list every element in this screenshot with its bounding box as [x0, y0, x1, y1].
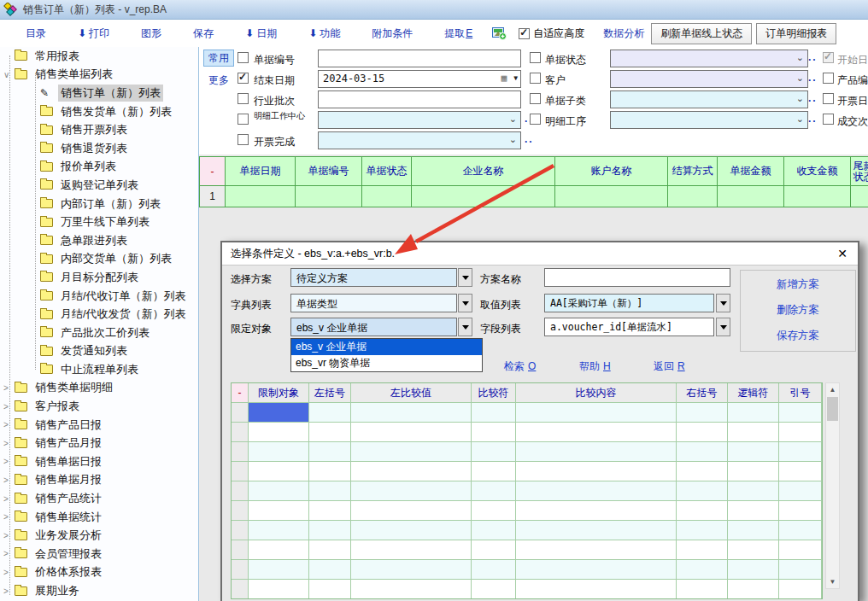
grid-cell[interactable] — [779, 442, 822, 461]
grid-cell[interactable] — [728, 423, 779, 441]
grid-cell[interactable] — [309, 403, 351, 422]
more-filters-link[interactable]: 更多 — [208, 73, 229, 88]
toolbar-item-保存[interactable]: 保存 — [193, 26, 214, 41]
filter-checkbox-明细工作中心[interactable] — [238, 114, 249, 125]
grid-cell[interactable] — [472, 580, 516, 598]
sidebar-item[interactable]: >销售单据统计 — [0, 508, 198, 527]
dropdown-arrow-icon[interactable]: ▼ — [513, 74, 518, 82]
scrollbar-thumb[interactable] — [827, 397, 838, 421]
chevron-collapsed-icon[interactable]: > — [3, 383, 15, 393]
grid-column-header-左比较值[interactable]: 左比较值 — [351, 383, 472, 402]
value-list-dropdown-button[interactable] — [716, 294, 730, 312]
grid-cell[interactable] — [677, 540, 728, 559]
grid-cell[interactable] — [728, 580, 779, 598]
dict-list-combo[interactable]: 单据类型 — [290, 294, 457, 312]
column-header-尾款状态[interactable]: 尾款状态 — [851, 157, 868, 185]
toolbar-item-打印[interactable]: ⬇打印 — [78, 26, 109, 41]
grid-cell[interactable] — [351, 521, 472, 540]
grid-cell[interactable] — [309, 481, 351, 500]
sidebar-item[interactable]: >销售单据月报 — [0, 471, 198, 490]
link-帮助[interactable]: 帮助H — [579, 359, 611, 374]
ellipsis-button[interactable]: .. — [808, 92, 818, 104]
link-返回[interactable]: 返回R — [654, 359, 685, 374]
sidebar-item[interactable]: 产品批次工价列表 — [0, 324, 198, 342]
grid-cell[interactable] — [779, 521, 822, 540]
grid-cell[interactable] — [472, 462, 516, 481]
chevron-down-icon[interactable]: ⌄ — [796, 93, 804, 104]
grid-cell[interactable] — [516, 580, 677, 598]
chevron-collapsed-icon[interactable]: > — [3, 457, 15, 466]
chevron-collapsed-icon[interactable]: > — [3, 439, 15, 448]
chevron-down-icon[interactable]: ⌄ — [796, 52, 804, 63]
grid-cell[interactable] — [779, 403, 822, 422]
grid-row-gutter[interactable] — [232, 403, 249, 422]
grid-cell[interactable] — [249, 403, 309, 422]
grid-cell[interactable] — [677, 580, 728, 598]
chevron-down-icon[interactable]: ⌄ — [796, 73, 804, 84]
grid-cell[interactable] — [779, 580, 822, 598]
sidebar-item[interactable]: ✎销售订单（新）列表 — [0, 84, 198, 102]
grid-column-header-比较符[interactable]: 比较符 — [472, 383, 516, 402]
grid-cell[interactable] — [249, 580, 309, 598]
filter-checkbox-单据编号[interactable] — [238, 52, 249, 63]
grid-cell[interactable] — [351, 560, 472, 579]
grid-row[interactable] — [232, 579, 822, 598]
grid-cell[interactable] — [249, 423, 309, 441]
filter-checkbox-开票完成[interactable] — [238, 134, 249, 145]
ellipsis-button[interactable]: .. — [808, 72, 818, 84]
select-plan-combo[interactable]: 待定义方案 — [290, 268, 457, 287]
sidebar-item[interactable]: >会员管理报表 — [0, 545, 198, 563]
toolbar-item-日期[interactable]: ⬇日期 — [245, 26, 277, 41]
column-header-收支金额[interactable]: 收支金额 — [784, 157, 851, 185]
sidebar-item[interactable]: 常用报表 — [0, 47, 198, 66]
grid-column-header-比较内容[interactable]: 比较内容 — [516, 383, 677, 402]
table-cell[interactable] — [296, 186, 362, 207]
chevron-collapsed-icon[interactable]: > — [3, 476, 15, 485]
grid-cell[interactable] — [472, 560, 516, 579]
filter-checkbox-单据状态[interactable] — [530, 52, 541, 63]
grid-cell[interactable] — [472, 481, 516, 500]
grid-cell[interactable] — [249, 560, 309, 579]
sidebar-item[interactable]: 万里牛线下单列表 — [0, 213, 198, 231]
grid-cell[interactable] — [351, 580, 472, 598]
grid-row-gutter[interactable] — [232, 481, 249, 500]
select-plan-dropdown-button[interactable] — [458, 268, 472, 287]
grid-cell[interactable] — [472, 540, 516, 559]
grid-cell[interactable] — [249, 481, 309, 500]
filter-checkbox-产品编[interactable] — [823, 73, 834, 84]
sidebar-item[interactable]: >展期业务 — [0, 581, 198, 600]
grid-column-header-左括号[interactable]: 左括号 — [309, 383, 351, 402]
date-input-结束日期[interactable]: 2024-03-15▦▼ — [318, 70, 521, 88]
scroll-up-icon[interactable]: ▲ — [826, 383, 839, 396]
grid-row-gutter[interactable] — [232, 462, 249, 481]
plan-button-删除方案[interactable]: 删除方案 — [741, 303, 855, 318]
sidebar-item[interactable]: 返购登记单列表 — [0, 176, 198, 195]
plan-button-保存方案[interactable]: 保存方案 — [741, 329, 855, 343]
grid-cell[interactable] — [728, 521, 779, 540]
table-row[interactable]: 1 — [200, 185, 868, 207]
table-cell[interactable] — [555, 186, 668, 207]
filter-checkbox-单据子类[interactable] — [530, 93, 541, 104]
grid-cell[interactable] — [309, 540, 351, 559]
filter-combo-单据子类[interactable]: ⌄ — [610, 90, 808, 108]
scroll-down-icon[interactable]: ▼ — [826, 575, 839, 588]
grid-cell[interactable] — [516, 540, 677, 559]
sidebar-item[interactable]: 中止流程单列表 — [0, 360, 198, 379]
toolbar-item-图形[interactable]: 图形 — [141, 26, 161, 41]
toolbar-item-提取[interactable]: 提取E — [444, 26, 472, 41]
chevron-collapsed-icon[interactable]: > — [3, 402, 15, 411]
sidebar-item[interactable]: 报价单列表 — [0, 158, 198, 177]
grid-row-gutter[interactable] — [232, 560, 249, 579]
grid-cell[interactable] — [351, 462, 472, 481]
chevron-collapsed-icon[interactable]: > — [3, 531, 15, 540]
refresh-online-status-button[interactable]: 刷新单据线上状态 — [651, 23, 752, 44]
column-header-单据金额[interactable]: 单据金额 — [718, 157, 784, 185]
grid-cell[interactable] — [351, 442, 472, 461]
grid-row[interactable] — [232, 540, 822, 559]
grid-cell[interactable] — [516, 403, 677, 422]
chevron-down-icon[interactable]: ⌄ — [796, 114, 804, 125]
chevron-collapsed-icon[interactable]: > — [3, 512, 15, 522]
autofit-toggle[interactable]: 自适应高度 — [519, 26, 584, 41]
dropdown-option[interactable]: ebs_v 企业单据 — [291, 339, 482, 355]
sidebar-item[interactable]: 急单跟进列表 — [0, 231, 198, 250]
